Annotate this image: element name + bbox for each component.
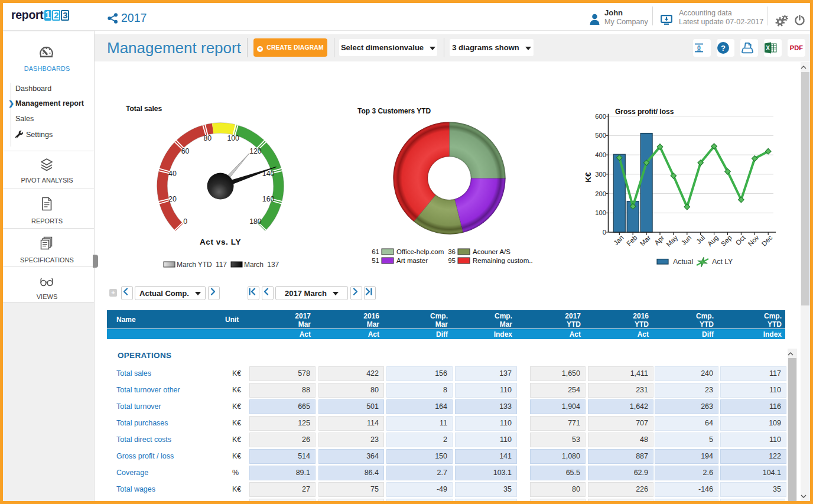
svg-text:K€: K€	[584, 172, 593, 183]
svg-text:200: 200	[595, 190, 606, 197]
svg-text:60: 60	[181, 147, 190, 155]
svg-text:Dec: Dec	[760, 234, 774, 248]
svg-text:400: 400	[595, 151, 606, 158]
svg-text:140: 140	[262, 170, 275, 178]
svg-text:500: 500	[595, 132, 606, 139]
svg-text:0: 0	[697, 44, 701, 51]
svg-text:Act vs. LY: Act vs. LY	[200, 238, 241, 246]
svg-text:180: 180	[249, 217, 262, 226]
svg-text:Act LY: Act LY	[712, 258, 733, 266]
svg-text:40: 40	[168, 170, 177, 178]
svg-text:Nov: Nov	[747, 234, 760, 248]
svg-text:Office-help.com: Office-help.com	[396, 248, 444, 255]
svg-text:Remaining custom..: Remaining custom..	[473, 257, 533, 264]
svg-text:100: 100	[595, 209, 606, 216]
svg-text:0: 0	[183, 217, 187, 226]
svg-text:61: 61	[372, 248, 379, 255]
svg-text:March YTD 117: March YTD 117	[177, 261, 227, 269]
svg-text:Top 3 Customers YTD: Top 3 Customers YTD	[357, 107, 431, 115]
svg-text:Sep: Sep	[720, 234, 733, 248]
svg-text:Actual: Actual	[673, 258, 693, 266]
svg-text:Aug: Aug	[706, 234, 720, 248]
svg-text:Acouner A/S: Acouner A/S	[473, 248, 510, 255]
svg-text:Feb: Feb	[625, 234, 639, 248]
svg-text:600: 600	[595, 113, 606, 120]
svg-text:Gross profit/ loss: Gross profit/ loss	[615, 108, 674, 116]
svg-text:X: X	[766, 45, 770, 51]
svg-text:Oct: Oct	[734, 233, 747, 246]
svg-text:Total sales: Total sales	[126, 105, 162, 113]
svg-text:Apr: Apr	[653, 234, 665, 246]
svg-text:Mar: Mar	[639, 234, 652, 248]
svg-text:20: 20	[168, 195, 177, 203]
svg-text:May: May	[665, 234, 679, 248]
svg-text:Jul: Jul	[695, 234, 706, 245]
svg-text:Jan: Jan	[612, 234, 625, 247]
svg-text:?: ?	[721, 44, 726, 53]
svg-text:Jun: Jun	[680, 234, 693, 247]
svg-text:36: 36	[448, 248, 456, 255]
svg-text:300: 300	[595, 171, 606, 178]
svg-text:120: 120	[249, 147, 262, 155]
svg-text:Art master: Art master	[396, 257, 428, 264]
svg-text:160: 160	[262, 195, 275, 203]
svg-text:80: 80	[203, 134, 212, 142]
svg-text:100: 100	[227, 134, 239, 142]
svg-text:March 137: March 137	[244, 261, 279, 269]
svg-text:95: 95	[448, 257, 456, 264]
svg-text:0: 0	[603, 229, 606, 236]
svg-text:51: 51	[372, 257, 379, 264]
